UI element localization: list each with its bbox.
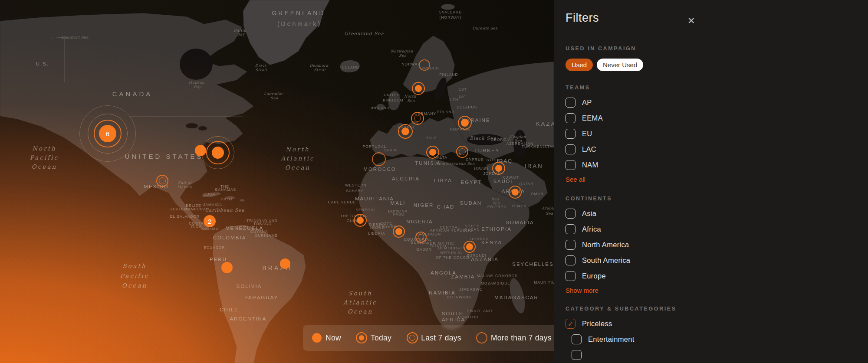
filter-row-entertainment[interactable]: Entertainment	[572, 334, 868, 344]
legend-label: Now	[326, 334, 341, 343]
section-teams: TEAMS APEEMAEULACNAM See all	[566, 85, 868, 183]
legend-item-now: Now	[312, 333, 341, 343]
marker-dot	[280, 258, 290, 269]
section-header-campaign: USED IN CAMPAIGN	[566, 46, 868, 52]
checkbox-label: Entertainment	[588, 335, 635, 343]
marker-ring	[412, 82, 425, 95]
legend-item-today: Today	[357, 333, 391, 343]
marker-ring	[159, 177, 166, 184]
filter-row-eema[interactable]: EEMA	[566, 113, 868, 123]
continents-checkbox-list: AsiaAfricaNorth AmericaSouth AmericaEuro…	[566, 209, 868, 281]
checkbox-lac[interactable]	[566, 144, 575, 154]
see-all-link[interactable]: See all	[566, 176, 868, 183]
legend-label: Today	[371, 334, 391, 343]
filter-row-europe[interactable]: Europe	[566, 271, 868, 281]
section-category: CATEGORY & SUBCATEGORIES ✓PricelessEnter…	[566, 306, 868, 360]
category-checkbox-list: ✓PricelessEntertainment	[566, 319, 868, 360]
checkbox-label: AP	[582, 98, 592, 107]
marker-ring	[459, 148, 466, 155]
checkbox-label: EEMA	[582, 114, 603, 122]
marker-ring	[201, 136, 234, 169]
checkbox-europe[interactable]	[566, 271, 575, 281]
campaign-pills: UsedNever Used	[566, 59, 868, 71]
legend-now-icon	[312, 333, 322, 343]
marker-ring	[354, 214, 367, 227]
checkbox-label: Asia	[582, 209, 596, 218]
filters-panel: Filters ✕ USED IN CAMPAIGN UsedNever Use…	[554, 0, 868, 363]
checkbox-label: Africa	[582, 225, 601, 233]
filter-row-priceless[interactable]: ✓Priceless	[566, 319, 868, 329]
filter-row-ap[interactable]: AP	[566, 98, 868, 108]
filter-row-south-america[interactable]: South America	[566, 255, 868, 265]
pill-used[interactable]: Used	[566, 59, 593, 71]
checkbox-label: LAC	[582, 145, 596, 154]
panel-title: Filters	[566, 11, 868, 25]
marker-ring	[492, 162, 505, 175]
checkbox-blank[interactable]	[572, 350, 582, 360]
app-window: U.S.CANADAUNITED STATESMEXICOGREENLAND(D…	[0, 0, 868, 363]
checkbox-label: Europe	[582, 272, 606, 280]
filter-row-blank[interactable]	[572, 350, 868, 360]
marker-dot	[221, 262, 233, 273]
checkbox-eema[interactable]	[566, 113, 575, 123]
marker-ring	[509, 186, 522, 199]
checkbox-nam[interactable]	[566, 160, 575, 170]
checkbox-label: North America	[582, 241, 629, 249]
section-header-continents: CONTINENTS	[566, 196, 868, 202]
show-more-link[interactable]: Show more	[566, 287, 868, 294]
checkbox-label: EU	[582, 130, 592, 138]
legend-item-last7: Last 7 days	[407, 333, 461, 343]
checkbox-priceless[interactable]: ✓	[566, 319, 575, 329]
checkbox-label: Priceless	[582, 320, 612, 328]
marker-ring	[372, 152, 386, 166]
checkbox-label: South America	[582, 256, 630, 265]
filter-row-africa[interactable]: Africa	[566, 224, 868, 234]
checkbox-africa[interactable]	[566, 224, 575, 234]
legend-older-icon	[477, 333, 487, 343]
marker-ring	[418, 234, 424, 240]
section-used-in-campaign: USED IN CAMPAIGN UsedNever Used	[566, 46, 868, 71]
section-header-category: CATEGORY & SUBCATEGORIES	[566, 306, 868, 312]
legend-label: Last 7 days	[421, 334, 461, 343]
teams-checkbox-list: APEEMAEULACNAM	[566, 98, 868, 170]
marker-ring	[398, 124, 413, 139]
marker-ring	[419, 59, 430, 71]
checkbox-asia[interactable]	[566, 209, 575, 219]
marker-ring	[464, 241, 476, 253]
section-header-teams: TEAMS	[566, 85, 868, 91]
checkbox-north-america[interactable]	[566, 240, 575, 250]
filter-row-eu[interactable]: EU	[566, 129, 868, 139]
marker-dot: 2	[204, 215, 216, 227]
close-icon[interactable]: ✕	[687, 16, 695, 26]
marker-ring	[426, 146, 439, 159]
checkbox-ap[interactable]	[566, 98, 575, 108]
filter-row-lac[interactable]: LAC	[566, 144, 868, 154]
marker-ring	[393, 226, 405, 238]
pill-never-used[interactable]: Never Used	[597, 59, 643, 71]
legend-last7-icon	[407, 333, 417, 343]
marker-ring	[414, 115, 421, 122]
marker-ring	[79, 105, 136, 162]
section-continents: CONTINENTS AsiaAfricaNorth AmericaSouth …	[566, 196, 868, 294]
marker-ring	[458, 116, 472, 130]
filter-row-nam[interactable]: NAM	[566, 160, 868, 170]
filter-row-north-america[interactable]: North America	[566, 240, 868, 250]
checkbox-south-america[interactable]	[566, 255, 575, 265]
checkbox-entertainment[interactable]	[572, 334, 582, 344]
filter-row-asia[interactable]: Asia	[566, 209, 868, 219]
checkbox-label: NAM	[582, 161, 598, 169]
checkbox-eu[interactable]	[566, 129, 575, 139]
legend-today-icon	[357, 333, 367, 343]
